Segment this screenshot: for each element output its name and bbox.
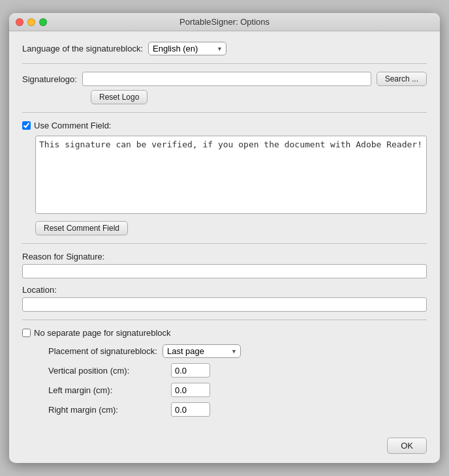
ok-button[interactable]: OK: [387, 438, 427, 454]
left-margin-label: Left margin (cm):: [48, 385, 166, 395]
main-content: Language of the signatureblock: English …: [9, 31, 440, 432]
location-label-row: Location:: [22, 285, 427, 295]
no-separate-page-label: No separate page for signatureblock: [34, 328, 171, 338]
reason-input-row: [22, 264, 427, 278]
vertical-position-input[interactable]: [171, 363, 210, 378]
left-margin-input[interactable]: [171, 383, 210, 397]
reason-label: Reason for Signature:: [22, 252, 104, 261]
reset-comment-area: Reset Comment Field: [35, 221, 427, 235]
minimize-button[interactable]: [27, 18, 35, 26]
footer: OK: [9, 432, 440, 463]
language-row: Language of the signatureblock: English …: [22, 42, 427, 55]
language-select[interactable]: English (en) German (de) French (fr) Spa…: [148, 42, 226, 55]
no-separate-page-checkbox[interactable]: [22, 329, 31, 337]
placement-select-wrapper: Last page First page All pages ▼: [163, 344, 241, 358]
language-label: Language of the signatureblock:: [22, 44, 143, 53]
left-margin-row: Left margin (cm):: [48, 383, 427, 397]
maximize-button[interactable]: [39, 18, 47, 26]
vertical-position-row: Vertical position (cm):: [48, 363, 427, 378]
reset-logo-area: Reset Logo: [91, 90, 427, 104]
right-margin-label: Right margin (cm):: [48, 405, 166, 415]
no-separate-page-row: No separate page for signatureblock: [22, 328, 427, 338]
language-select-wrapper: English (en) German (de) French (fr) Spa…: [148, 42, 226, 55]
reason-label-row: Reason for Signature:: [22, 252, 427, 261]
right-margin-row: Right margin (cm):: [48, 402, 427, 417]
location-input[interactable]: [22, 297, 427, 312]
comment-area: This signature can be verified, if you o…: [35, 136, 427, 216]
signaturelogo-input[interactable]: [82, 72, 371, 86]
use-comment-label: Use Comment Field:: [34, 121, 111, 130]
right-margin-input[interactable]: [171, 402, 210, 417]
titlebar: PortableSigner: Options: [9, 13, 440, 31]
reset-comment-button[interactable]: Reset Comment Field: [35, 221, 128, 235]
traffic-lights: [16, 18, 47, 26]
reason-input[interactable]: [22, 264, 427, 278]
location-input-row: [22, 297, 427, 312]
placement-select[interactable]: Last page First page All pages: [163, 344, 241, 358]
use-comment-row: Use Comment Field:: [22, 121, 427, 130]
use-comment-checkbox[interactable]: [22, 121, 31, 130]
options-window: PortableSigner: Options Language of the …: [9, 13, 440, 463]
comment-textarea[interactable]: This signature can be verified, if you o…: [35, 136, 427, 214]
search-button[interactable]: Search ...: [377, 72, 427, 86]
placement-row: Placement of signatureblock: Last page F…: [48, 344, 427, 358]
reset-logo-button[interactable]: Reset Logo: [91, 90, 147, 104]
placement-label: Placement of signatureblock:: [48, 346, 157, 356]
vertical-position-label: Vertical position (cm):: [48, 366, 166, 376]
separator-3: [22, 243, 427, 244]
signaturelogo-row: Signaturelogo: Search ...: [22, 72, 427, 86]
separator-2: [22, 112, 427, 113]
window-title: PortableSigner: Options: [179, 17, 270, 27]
separator-1: [22, 63, 427, 64]
location-label: Location:: [22, 285, 57, 295]
signaturelogo-label: Signaturelogo:: [22, 74, 77, 84]
close-button[interactable]: [16, 18, 23, 26]
separator-4: [22, 320, 427, 320]
